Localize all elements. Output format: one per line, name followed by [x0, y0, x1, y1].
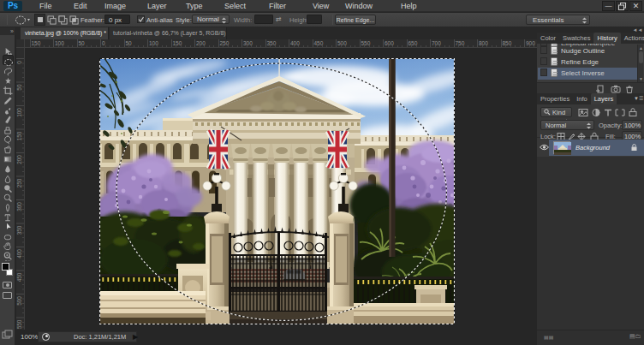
svg-text:200: 200: [16, 155, 22, 164]
svg-text:300: 300: [16, 202, 22, 211]
svg-text:400: 400: [16, 249, 22, 259]
svg-text:350: 350: [16, 225, 22, 235]
svg-text:50: 50: [16, 84, 22, 91]
svg-text:100: 100: [16, 108, 22, 117]
svg-text:250: 250: [16, 178, 22, 187]
svg-text:450: 450: [16, 272, 22, 282]
svg-text:500: 500: [16, 296, 22, 306]
svg-text:0: 0: [16, 61, 22, 64]
svg-text:550: 550: [16, 319, 22, 329]
svg-text:150: 150: [16, 131, 22, 140]
